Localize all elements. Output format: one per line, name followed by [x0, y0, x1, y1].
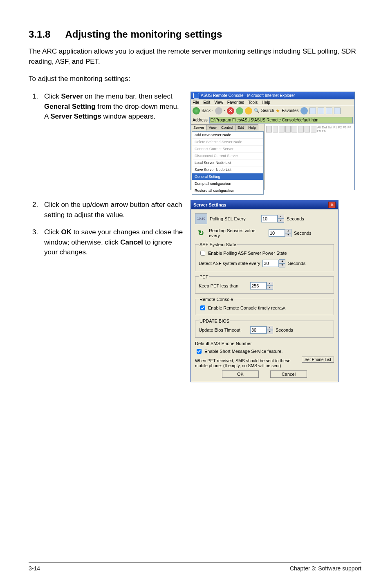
- asf-up-icon[interactable]: ▲: [279, 259, 285, 263]
- refresh-icon[interactable]: [236, 107, 243, 114]
- rc-icon-1[interactable]: [266, 126, 272, 132]
- polling-icon: 10:10: [195, 213, 207, 224]
- footer-chapter: Chapter 3: Software support: [290, 565, 361, 572]
- ie-menu-edit[interactable]: Edit: [203, 100, 210, 105]
- mail-icon[interactable]: [309, 108, 316, 114]
- rc-icon-8[interactable]: [311, 126, 316, 132]
- sensors-unit: Seconds: [294, 231, 312, 236]
- ie-menu-help[interactable]: Help: [262, 100, 270, 105]
- search-icon[interactable]: [254, 108, 260, 113]
- tab-server[interactable]: Server: [191, 124, 207, 130]
- ok-button[interactable]: OK: [222, 370, 259, 378]
- print-icon[interactable]: [318, 108, 324, 114]
- ub-input[interactable]: [250, 326, 267, 334]
- polling-label: Polling SEL Every: [210, 216, 259, 221]
- ie-toolbar: Back · · ✕ Search Favorites: [191, 105, 354, 116]
- history-icon[interactable]: [300, 107, 308, 114]
- cancel-button[interactable]: Cancel: [270, 370, 307, 378]
- pet-legend: PET: [199, 274, 209, 279]
- section-number: 3.1.8: [29, 29, 50, 40]
- ie-menu-file[interactable]: File: [193, 100, 199, 105]
- back-icon[interactable]: [193, 107, 200, 114]
- step-1: Click Server on the menu bar, then selec…: [40, 92, 184, 122]
- sensors-label: Reading Sensors value every: [209, 228, 266, 238]
- tab-control[interactable]: Control: [219, 124, 235, 130]
- polling-up-icon[interactable]: ▲: [278, 215, 284, 219]
- ie-menu-favorites[interactable]: Favorites: [227, 100, 244, 105]
- rc-enable-checkbox[interactable]: [200, 305, 205, 310]
- back-label[interactable]: Back: [202, 108, 211, 113]
- asf-group: ASF System State Enable Polling ASF Serv…: [195, 242, 334, 271]
- intro-paragraph: The ARC application allows you to adjust…: [29, 47, 361, 67]
- rc-icon-4[interactable]: [285, 126, 291, 132]
- ss-titlebar: Server Settings ✕: [191, 200, 338, 209]
- pet-down-icon[interactable]: ▼: [267, 286, 273, 290]
- arc-right-toolbar: Alt Del Bst F1 F2 F3 F4 F5 F6: [266, 126, 353, 133]
- ie-menu-view[interactable]: View: [214, 100, 223, 105]
- favorites-star-icon[interactable]: [276, 108, 280, 114]
- asf-down-icon[interactable]: ▼: [279, 263, 285, 267]
- stop-icon[interactable]: ✕: [227, 107, 234, 114]
- favorites-label[interactable]: Favorites: [282, 108, 298, 113]
- ub-down-icon[interactable]: ▼: [267, 330, 273, 334]
- home-icon[interactable]: [245, 107, 252, 114]
- tab-edit[interactable]: Edit: [235, 124, 247, 130]
- update-bios-group: UPDATE BIOS Update Bios Timeout: ▲▼ Seco…: [195, 319, 334, 338]
- menu-general-setting[interactable]: General Setting: [192, 173, 263, 180]
- asf-detect-input[interactable]: [262, 260, 279, 267]
- forward-icon[interactable]: [215, 107, 222, 114]
- ie-app-icon: [193, 93, 199, 99]
- polling-input[interactable]: [261, 215, 278, 222]
- rc-key-labels: Alt Del Bst F1 F2 F3 F4 F5 F6: [317, 126, 353, 133]
- menu-load-list[interactable]: Load Server Node List: [192, 159, 263, 166]
- set-phone-list-button[interactable]: Set Phone List: [302, 357, 334, 363]
- polling-unit: Seconds: [287, 216, 304, 221]
- sms-when-text: When PET received, SMS should be sent to…: [195, 358, 298, 368]
- footer-page-number: 3-14: [29, 565, 40, 572]
- rc-icon-5[interactable]: [291, 126, 297, 132]
- ub-legend: UPDATE BIOS: [199, 319, 230, 323]
- menu-disconnect-server: Disconnect Current Server: [192, 153, 263, 159]
- menu-restore-config[interactable]: Restore all configuration: [192, 187, 263, 194]
- menu-add-server[interactable]: Add New Server Node: [192, 132, 263, 139]
- asf-legend: ASF System State: [199, 242, 237, 247]
- tab-help[interactable]: Help: [246, 124, 258, 130]
- rc-icon-6[interactable]: [298, 126, 304, 132]
- polling-down-icon[interactable]: ▼: [278, 219, 284, 223]
- ub-up-icon[interactable]: ▲: [267, 326, 273, 330]
- pet-keep-label: Keep PET less than: [199, 283, 248, 288]
- ie-menubar: File Edit View Favorites Tools Help: [191, 99, 354, 105]
- sensors-input[interactable]: [269, 229, 285, 237]
- address-label: Address: [193, 118, 208, 122]
- asf-enable-label: Enable Polling ASF Server Power State: [208, 251, 287, 256]
- sensors-up-icon[interactable]: ▲: [285, 229, 291, 233]
- step-3: Click OK to save your changes and close …: [40, 227, 184, 258]
- pet-group: PET Keep PET less than ▲▼: [195, 274, 334, 294]
- ie-title-text: ASUS Remote Console - Microsoft Internet…: [201, 93, 295, 98]
- menu-dump-config[interactable]: Dump all configuration: [192, 180, 263, 187]
- rc-enable-label: Enable Remote Console timely redraw.: [208, 305, 286, 310]
- rc-icon-2[interactable]: [273, 126, 278, 132]
- tab-view[interactable]: View: [206, 124, 219, 130]
- step-2: Click on the up/down arrow button after …: [40, 200, 184, 220]
- ie-menu-tools[interactable]: Tools: [248, 100, 258, 105]
- edit-icon[interactable]: [326, 108, 332, 114]
- rc-legend: Remote Console: [199, 297, 234, 302]
- sms-head: Default SMS Phone Number: [195, 341, 334, 346]
- ie-titlebar: ASUS Remote Console - Microsoft Internet…: [191, 92, 354, 99]
- search-label[interactable]: Search: [261, 108, 274, 113]
- asf-detect-label: Detect ASF system state every: [199, 261, 260, 266]
- close-icon[interactable]: ✕: [328, 202, 336, 208]
- address-input[interactable]: [209, 117, 353, 123]
- pet-up-icon[interactable]: ▲: [267, 282, 273, 286]
- sensors-down-icon[interactable]: ▼: [285, 233, 291, 237]
- asf-enable-checkbox[interactable]: [200, 251, 205, 256]
- discuss-icon[interactable]: [334, 108, 341, 114]
- rc-icon-7[interactable]: [305, 126, 310, 132]
- figure-server-settings-dialog: Server Settings ✕ 10:10 Polling SEL Ever…: [191, 200, 338, 382]
- menu-save-list[interactable]: Save Server Node List: [192, 166, 263, 173]
- ub-label: Update Bios Timeout:: [199, 328, 248, 332]
- rc-icon-3[interactable]: [279, 126, 285, 132]
- sms-enable-checkbox[interactable]: [197, 349, 202, 354]
- pet-keep-input[interactable]: [250, 282, 267, 290]
